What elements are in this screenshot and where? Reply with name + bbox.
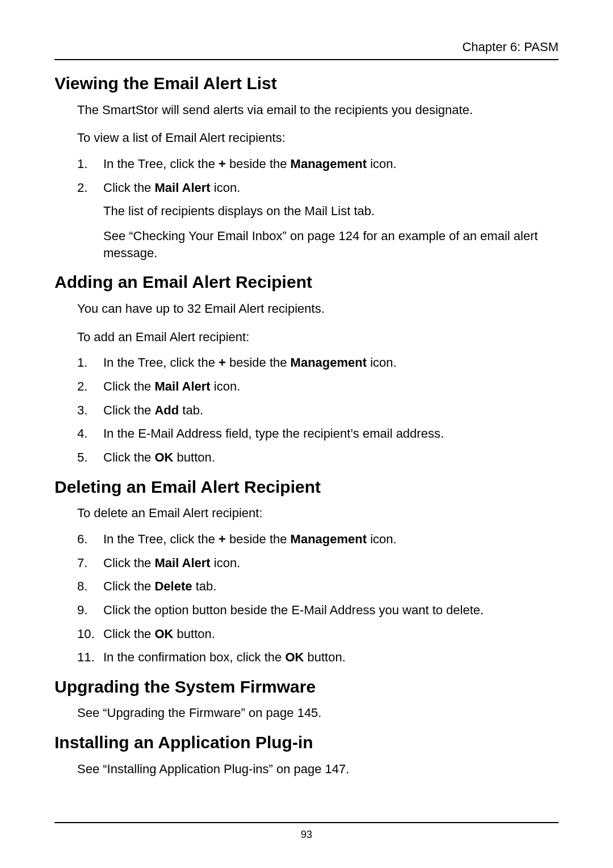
step-number: 1.: [77, 354, 103, 371]
step-number: 9.: [77, 602, 103, 619]
footer-rule: [54, 822, 559, 823]
step-item: 5. Click the OK button.: [77, 449, 559, 466]
step-text: Click the Mail Alert icon.: [103, 555, 559, 572]
step-number: 1.: [77, 156, 103, 173]
step-item: 8. Click the Delete tab.: [77, 578, 559, 595]
step-number: 4.: [77, 425, 103, 442]
paragraph: You can have up to 32 Email Alert recipi…: [77, 300, 559, 317]
heading-viewing-email-alert-list: Viewing the Email Alert List: [54, 74, 559, 94]
page-number: 93: [54, 829, 559, 841]
step-text: Click the Delete tab.: [103, 578, 559, 595]
step-text: In the Tree, click the + beside the Mana…: [103, 354, 559, 371]
step-list: 1. In the Tree, click the + beside the M…: [77, 156, 559, 196]
step-number: 7.: [77, 555, 103, 572]
step-item: 2. Click the Mail Alert icon.: [77, 179, 559, 196]
step-number: 6.: [77, 531, 103, 548]
running-head: Chapter 6: PASM: [54, 40, 559, 54]
heading-deleting-email-alert-recipient: Deleting an Email Alert Recipient: [54, 477, 559, 497]
step-text: In the confirmation box, click the OK bu…: [103, 649, 559, 666]
step-text: Click the OK button.: [103, 449, 559, 466]
step-item: 9. Click the option button beside the E-…: [77, 602, 559, 619]
step-text: Click the Mail Alert icon.: [103, 378, 559, 395]
step-item: 6. In the Tree, click the + beside the M…: [77, 531, 559, 548]
step-number: 2.: [77, 378, 103, 395]
paragraph: To delete an Email Alert recipient:: [77, 505, 559, 522]
step-item: 2. Click the Mail Alert icon.: [77, 378, 559, 395]
header-rule: [54, 59, 559, 60]
substep-text: The list of recipients displays on the M…: [103, 203, 559, 220]
step-number: 3.: [77, 402, 103, 419]
paragraph: To add an Email Alert recipient:: [77, 329, 559, 346]
page-footer: 93: [54, 822, 559, 841]
paragraph: To view a list of Email Alert recipients…: [77, 129, 559, 146]
step-text: Click the Mail Alert icon.: [103, 179, 559, 196]
step-text: In the Tree, click the + beside the Mana…: [103, 156, 559, 173]
paragraph: See “Upgrading the Firmware” on page 145…: [77, 705, 559, 722]
step-text: In the Tree, click the + beside the Mana…: [103, 531, 559, 548]
step-item: 10. Click the OK button.: [77, 626, 559, 643]
step-number: 2.: [77, 179, 103, 196]
step-list: 1. In the Tree, click the + beside the M…: [77, 354, 559, 466]
step-item: 3. Click the Add tab.: [77, 402, 559, 419]
paragraph: The SmartStor will send alerts via email…: [77, 102, 559, 119]
step-item: 11. In the confirmation box, click the O…: [77, 649, 559, 666]
step-text: In the E-Mail Address field, type the re…: [103, 425, 559, 442]
heading-upgrading-system-firmware: Upgrading the System Firmware: [54, 677, 559, 697]
step-item: 7. Click the Mail Alert icon.: [77, 555, 559, 572]
step-text: Click the option button beside the E-Mai…: [103, 602, 559, 619]
step-number: 11.: [77, 649, 103, 666]
step-text: Click the Add tab.: [103, 402, 559, 419]
page: Chapter 6: PASM Viewing the Email Alert …: [0, 0, 613, 868]
step-number: 8.: [77, 578, 103, 595]
step-number: 10.: [77, 626, 103, 643]
heading-adding-email-alert-recipient: Adding an Email Alert Recipient: [54, 272, 559, 292]
paragraph: See “Installing Application Plug-ins” on…: [77, 761, 559, 778]
step-item: 1. In the Tree, click the + beside the M…: [77, 354, 559, 371]
substep-text: See “Checking Your Email Inbox” on page …: [103, 228, 559, 261]
step-text: Click the OK button.: [103, 626, 559, 643]
step-item: 4. In the E-Mail Address field, type the…: [77, 425, 559, 442]
step-number: 5.: [77, 449, 103, 466]
heading-installing-application-plugin: Installing an Application Plug-in: [54, 733, 559, 753]
step-item: 1. In the Tree, click the + beside the M…: [77, 156, 559, 173]
step-list: 6. In the Tree, click the + beside the M…: [77, 531, 559, 666]
